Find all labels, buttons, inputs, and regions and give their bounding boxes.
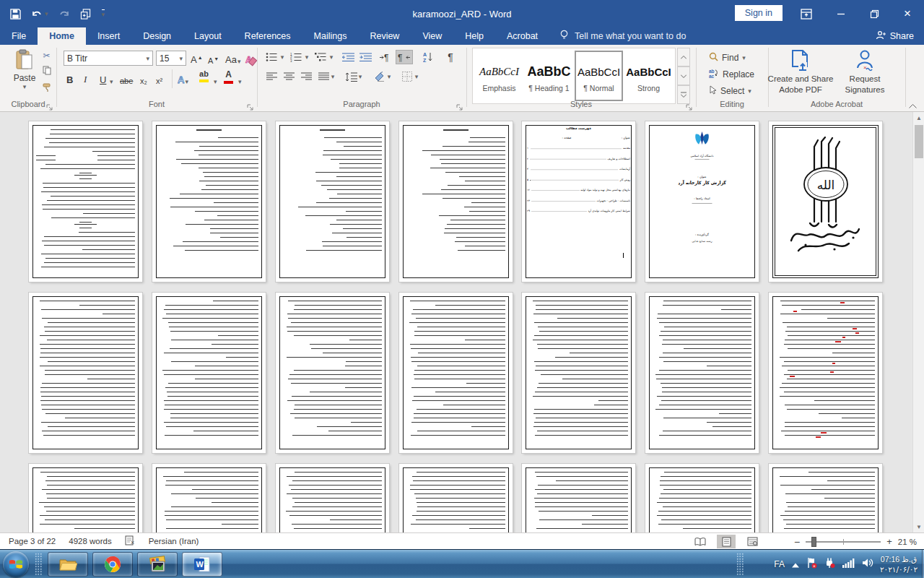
share-button[interactable]: Share xyxy=(876,27,914,45)
highlight-dropdown-icon[interactable]: ▾ xyxy=(214,71,217,85)
align-right-button[interactable] xyxy=(297,69,315,84)
scroll-up-icon[interactable]: ▲ xyxy=(913,112,924,124)
tab-design[interactable]: Design xyxy=(131,27,183,45)
page-thumbnail[interactable] xyxy=(29,293,142,453)
page-thumbnail[interactable] xyxy=(769,464,882,532)
clear-formatting-button[interactable]: A xyxy=(245,51,256,65)
highlight-button[interactable]: ab xyxy=(199,69,209,84)
tab-layout[interactable]: Layout xyxy=(183,27,233,45)
tab-help[interactable]: Help xyxy=(453,27,495,45)
page-thumbnail[interactable] xyxy=(645,293,759,453)
borders-dropdown-icon[interactable]: ▾ xyxy=(413,69,420,84)
undo-button[interactable]: ▾ xyxy=(31,9,48,19)
collapse-ribbon-icon[interactable] xyxy=(909,101,917,110)
font-name-combo[interactable]: B Titr▾ xyxy=(64,51,153,66)
styles-scroll-up-icon[interactable] xyxy=(677,48,690,66)
font-size-combo[interactable]: 15▾ xyxy=(156,51,186,66)
show-paragraph-marks-button[interactable]: ¶ xyxy=(442,50,459,64)
restore-button[interactable] xyxy=(858,0,891,27)
language-indicator[interactable]: Persian (Iran) xyxy=(149,537,199,545)
zoom-slider-thumb[interactable] xyxy=(811,537,816,547)
style-normal[interactable]: AaBbCcI¶ Normal xyxy=(575,51,623,101)
power-plug-icon[interactable] xyxy=(824,557,835,571)
close-button[interactable]: × xyxy=(891,0,924,27)
undo-dropdown-icon[interactable]: ▾ xyxy=(45,10,48,17)
page-thumbnail[interactable]: دانشگاه آزاد اسلامیعنوان :گزارش کار کارخ… xyxy=(645,121,759,282)
tab-mailings[interactable]: Mailings xyxy=(302,27,359,45)
underline-button[interactable]: U xyxy=(100,71,106,85)
taskbar-media-app-button[interactable] xyxy=(137,552,178,577)
paragraph-dialog-launcher-icon[interactable] xyxy=(456,101,464,109)
replace-button[interactable]: abac Replace xyxy=(709,69,754,80)
numbering-button[interactable]: 123 xyxy=(287,50,305,64)
paste-dropdown-icon[interactable]: ▾ xyxy=(23,83,27,90)
find-button[interactable]: Find▾ xyxy=(709,52,746,64)
page-thumbnail[interactable] xyxy=(276,293,389,453)
page-thumbnail[interactable] xyxy=(276,464,389,532)
tab-review[interactable]: Review xyxy=(358,27,411,45)
zoom-slider[interactable] xyxy=(806,541,881,543)
zoom-out-icon[interactable]: − xyxy=(794,536,800,548)
page-thumbnail[interactable] xyxy=(769,293,882,453)
clipboard-dialog-launcher-icon[interactable] xyxy=(46,101,54,109)
page-thumbnail[interactable] xyxy=(29,464,142,532)
tab-acrobat[interactable]: Acrobat xyxy=(495,27,549,45)
tab-file[interactable]: File xyxy=(0,27,38,45)
bold-button[interactable]: B xyxy=(66,71,73,85)
tab-references[interactable]: References xyxy=(233,27,302,45)
text-effects-button[interactable]: A▾ xyxy=(178,71,188,85)
increase-indent-button[interactable] xyxy=(357,50,374,64)
web-layout-icon[interactable] xyxy=(743,535,762,548)
document-canvas[interactable]: فهرست مطالبعنوان :صفحه :مقدمه۱اصطلاحات و… xyxy=(0,112,924,532)
scrollbar-thumb[interactable] xyxy=(915,125,923,158)
taskbar-word-button[interactable]: W xyxy=(182,552,222,577)
bullets-dropdown-icon[interactable]: ▾ xyxy=(279,50,286,64)
start-button[interactable] xyxy=(3,551,29,577)
format-painter-icon[interactable] xyxy=(42,82,51,95)
tab-view[interactable]: View xyxy=(411,27,453,45)
font-size-dropdown-icon[interactable]: ▾ xyxy=(179,55,183,62)
font-color-dropdown-icon[interactable]: ▾ xyxy=(238,71,242,85)
create-share-pdf-button[interactable]: Create and Share Adobe PDF xyxy=(767,49,834,95)
taskbar-explorer-button[interactable] xyxy=(48,552,88,577)
page-thumbnail[interactable] xyxy=(152,464,266,532)
customize-qat-icon[interactable]: ▾ xyxy=(102,9,105,18)
vertical-scrollbar[interactable]: ▲ ▼ xyxy=(912,112,924,532)
change-case-button[interactable]: Aa▾ xyxy=(225,51,240,65)
styles-scroll-down-icon[interactable] xyxy=(677,66,690,85)
superscript-button[interactable]: x² xyxy=(156,71,162,85)
paste-button[interactable]: Paste ▾ xyxy=(7,49,42,101)
taskbar-chrome-button[interactable] xyxy=(92,552,133,577)
font-dialog-launcher-icon[interactable] xyxy=(247,101,255,109)
save-icon[interactable] xyxy=(10,9,21,20)
multilevel-list-button[interactable] xyxy=(312,50,329,64)
rtl-direction-button[interactable]: ¶ xyxy=(396,50,413,64)
cut-icon[interactable]: ✂ xyxy=(43,51,50,61)
ltr-direction-button[interactable]: ¶ xyxy=(377,50,394,64)
network-signal-icon[interactable] xyxy=(842,558,855,571)
underline-dropdown-icon[interactable]: ▾ xyxy=(110,71,113,85)
decrease-indent-button[interactable] xyxy=(339,50,357,64)
page-thumbnail[interactable]: الله xyxy=(769,121,882,282)
select-button[interactable]: Select▾ xyxy=(709,85,751,97)
strikethrough-button[interactable]: abe xyxy=(120,71,133,85)
style-strong[interactable]: AaBbCcIStrong xyxy=(624,51,673,101)
page-thumbnail[interactable] xyxy=(29,121,142,282)
align-left-button[interactable] xyxy=(263,69,280,84)
style-heading[interactable]: AaBbC¶ Heading 1 xyxy=(525,51,573,101)
sign-in-button[interactable]: Sign in xyxy=(735,5,783,21)
page-thumbnail[interactable] xyxy=(399,121,513,282)
tab-home[interactable]: Home xyxy=(38,27,86,45)
page-thumbnail[interactable]: فهرست مطالبعنوان :صفحه :مقدمه۱اصطلاحات و… xyxy=(522,121,635,282)
tell-me-box[interactable]: Tell me what you want to do xyxy=(559,27,686,45)
shading-dropdown-icon[interactable]: ▾ xyxy=(385,69,393,84)
bullets-button[interactable] xyxy=(263,50,280,64)
multilevel-dropdown-icon[interactable]: ▾ xyxy=(328,50,335,64)
word-count[interactable]: 4928 words xyxy=(69,537,111,545)
page-thumbnail[interactable] xyxy=(152,121,266,282)
page-indicator[interactable]: Page 3 of 22 xyxy=(9,537,56,545)
proofing-errors-icon[interactable]: × xyxy=(125,535,136,547)
page-thumbnail[interactable] xyxy=(645,464,759,532)
zoom-percent[interactable]: 21 % xyxy=(898,538,917,546)
hidden-icons-icon[interactable] xyxy=(792,558,799,571)
